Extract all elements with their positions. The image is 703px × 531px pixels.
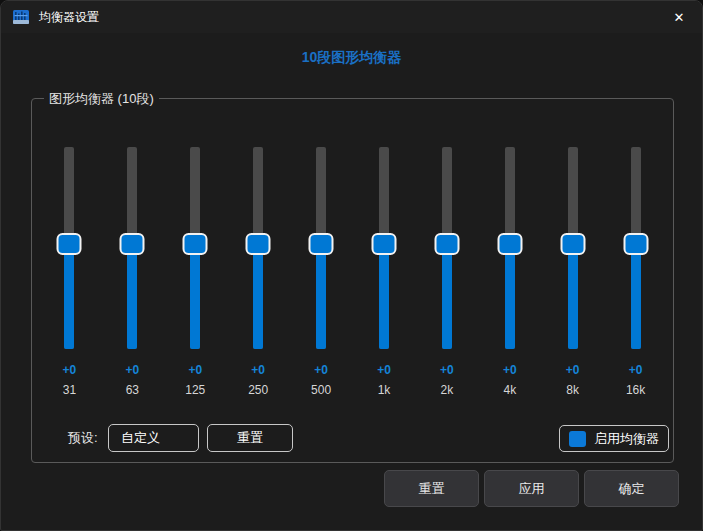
preset-label: 预设: <box>68 429 98 447</box>
ok-button[interactable]: 确定 <box>584 470 679 507</box>
eq-slider-track[interactable] <box>442 147 452 349</box>
eq-slider-track[interactable] <box>127 147 137 349</box>
eq-slider-fill <box>631 247 641 349</box>
eq-slider-thumb[interactable] <box>246 233 271 255</box>
eq-band: +0 500 <box>290 147 353 397</box>
enable-equalizer-toggle[interactable]: 启用均衡器 <box>559 425 669 452</box>
eq-slider-fill <box>253 247 263 349</box>
eq-band-freq: 31 <box>63 383 76 397</box>
eq-band: +0 31 <box>38 147 101 397</box>
eq-band-freq: 250 <box>248 383 268 397</box>
equalizer-settings-dialog: 均衡器设置 ✕ 10段图形均衡器 图形均衡器 (10段) +0 31 +0 63… <box>0 0 703 531</box>
ok-button-label: 确定 <box>619 480 645 498</box>
eq-band-value: +0 <box>63 363 77 377</box>
eq-band-value: +0 <box>566 363 580 377</box>
eq-slider-track[interactable] <box>379 147 389 349</box>
eq-slider-track[interactable] <box>253 147 263 349</box>
eq-band-freq: 125 <box>185 383 205 397</box>
eq-slider-thumb[interactable] <box>371 233 396 255</box>
apply-button[interactable]: 应用 <box>484 470 579 507</box>
eq-slider-track[interactable] <box>64 147 74 349</box>
eq-band-value: +0 <box>251 363 265 377</box>
eq-band: +0 8k <box>541 147 604 397</box>
preset-row: 预设: 自定义 重置 启用均衡器 <box>32 421 673 455</box>
eq-slider-thumb[interactable] <box>309 233 334 255</box>
eq-band: +0 63 <box>101 147 164 397</box>
eq-band: +0 4k <box>478 147 541 397</box>
eq-slider-track[interactable] <box>568 147 578 349</box>
reset-button[interactable]: 重置 <box>384 470 479 507</box>
eq-slider-track[interactable] <box>631 147 641 349</box>
eq-band: +0 2k <box>415 147 478 397</box>
equalizer-header-title: 10段图形均衡器 <box>1 49 702 67</box>
close-button[interactable]: ✕ <box>656 1 702 33</box>
enable-equalizer-label: 启用均衡器 <box>594 430 659 448</box>
title-bar: 均衡器设置 ✕ <box>1 1 702 33</box>
eq-slider-fill <box>442 247 452 349</box>
eq-band-value: +0 <box>188 363 202 377</box>
eq-slider-thumb[interactable] <box>434 233 459 255</box>
eq-band-value: +0 <box>377 363 391 377</box>
eq-slider-fill <box>505 247 515 349</box>
eq-slider-track[interactable] <box>190 147 200 349</box>
eq-band-freq: 500 <box>311 383 331 397</box>
eq-band-freq: 2k <box>441 383 454 397</box>
graphic-equalizer-group: 图形均衡器 (10段) +0 31 +0 63 +0 125 +0 250 <box>31 98 674 463</box>
equalizer-app-icon <box>13 9 29 25</box>
eq-slider-fill <box>568 247 578 349</box>
preset-reset-label: 重置 <box>237 429 263 447</box>
equalizer-bands: +0 31 +0 63 +0 125 +0 250 +0 500 <box>38 147 667 397</box>
group-label: 图形均衡器 (10段) <box>44 90 159 107</box>
eq-band-value: +0 <box>126 363 140 377</box>
eq-band-freq: 1k <box>378 383 391 397</box>
eq-band-freq: 16k <box>626 383 645 397</box>
eq-band-freq: 4k <box>503 383 516 397</box>
eq-slider-thumb[interactable] <box>497 233 522 255</box>
eq-slider-fill <box>316 247 326 349</box>
eq-slider-fill <box>190 247 200 349</box>
eq-slider-track[interactable] <box>316 147 326 349</box>
eq-band-value: +0 <box>629 363 643 377</box>
eq-slider-thumb[interactable] <box>120 233 145 255</box>
eq-band: +0 125 <box>164 147 227 397</box>
eq-slider-fill <box>127 247 137 349</box>
eq-band-freq: 8k <box>566 383 579 397</box>
eq-slider-fill <box>379 247 389 349</box>
eq-band: +0 250 <box>227 147 290 397</box>
window-title: 均衡器设置 <box>39 9 99 26</box>
eq-band: +0 1k <box>353 147 416 397</box>
eq-slider-thumb[interactable] <box>623 233 648 255</box>
eq-slider-track[interactable] <box>505 147 515 349</box>
eq-band-value: +0 <box>440 363 454 377</box>
eq-slider-thumb[interactable] <box>183 233 208 255</box>
enable-equalizer-checkbox[interactable] <box>569 431 586 447</box>
preset-reset-button[interactable]: 重置 <box>207 424 293 452</box>
eq-band-value: +0 <box>314 363 328 377</box>
eq-band: +0 16k <box>604 147 667 397</box>
eq-slider-thumb[interactable] <box>560 233 585 255</box>
eq-band-freq: 63 <box>126 383 139 397</box>
eq-slider-thumb[interactable] <box>57 233 82 255</box>
preset-select-value: 自定义 <box>121 429 160 447</box>
reset-button-label: 重置 <box>419 480 445 498</box>
eq-band-value: +0 <box>503 363 517 377</box>
eq-slider-fill <box>64 247 74 349</box>
preset-select[interactable]: 自定义 <box>108 424 199 452</box>
apply-button-label: 应用 <box>519 480 545 498</box>
